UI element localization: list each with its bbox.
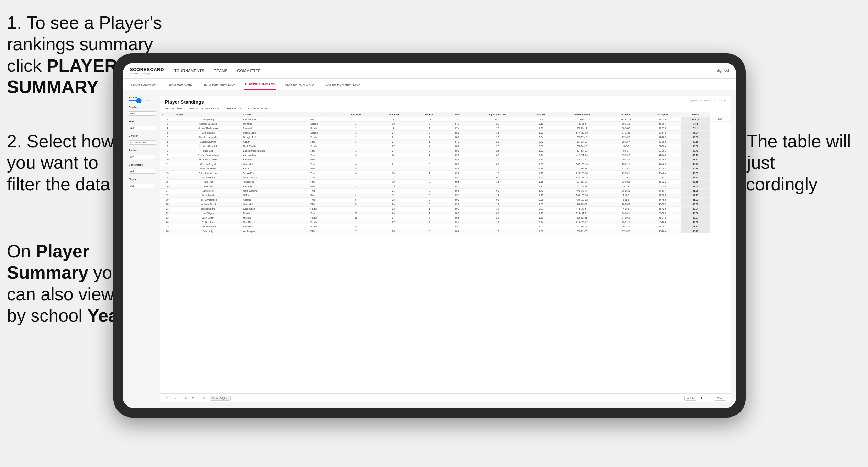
cell-25-7: 68.6	[446, 229, 469, 233]
cell-12-2: Texas A&M	[242, 171, 309, 175]
col-rank: #	[160, 112, 175, 117]
cell-23-3: Fourth	[309, 220, 338, 224]
cell-25-9: 1.56	[526, 229, 556, 233]
sub-nav-player-h2h-grid[interactable]: PLAYER H2H GRID	[284, 79, 315, 90]
cell-11-6: 0	[413, 166, 446, 171]
cell-22-13: 40.27	[681, 215, 710, 220]
sub-nav-team-h2h-grid[interactable]: TEAM H2H GRID	[166, 79, 193, 90]
cell-11-12: 50-18-5	[644, 166, 681, 171]
cell-1-13: 76.2	[681, 122, 710, 126]
table-row: 20Matthew RiedelVanderbiltFifth524069.0-…	[160, 202, 731, 207]
view-original-button[interactable]: View: Original	[210, 396, 231, 401]
cell-16-5: 21	[374, 189, 413, 193]
cell-23-5: 27	[374, 220, 413, 224]
cell-1-9: 3.10	[526, 122, 556, 126]
cell-24-8: -1.2	[469, 224, 526, 229]
redo-button[interactable]: ↪	[172, 396, 177, 400]
cell-16-8: -0.2	[469, 189, 526, 193]
cell-23-2: New Mexico	[242, 220, 309, 224]
filter-player: Player (All)	[129, 178, 156, 188]
region-select[interactable]: N/A	[129, 155, 156, 159]
rds-slider[interactable]	[129, 100, 149, 101]
cell-2-9: 1.47	[526, 126, 556, 131]
share-button[interactable]: Share	[715, 396, 726, 401]
filter-year: Year (All)	[129, 120, 156, 130]
cell-22-4: 11	[338, 215, 374, 220]
table-row: 22Ian GilliganFloridaThird1024168.7-0.81…	[160, 211, 731, 215]
cell-12-11: 22-25-1	[608, 171, 644, 175]
cell-9-3: Fifth	[309, 157, 338, 162]
cell-13-3: Third	[309, 175, 338, 180]
cell-0-7: 1	[446, 117, 469, 122]
cell-16-6: 0	[413, 189, 446, 193]
cell-22-8: -2.3	[469, 215, 526, 220]
sub-nav-player-summary[interactable]: PLAYER SUMMARY	[244, 79, 276, 90]
cell-18-9: 0.96	[526, 198, 556, 202]
cell-0-14: 88.2	[710, 117, 731, 122]
cell-11-0: 12	[160, 166, 175, 171]
region-label: Region	[129, 149, 156, 152]
cell-13-13: 42.75	[681, 175, 710, 180]
cell-14-12: 26-32-2	[644, 180, 681, 184]
paste-button[interactable]: ⊡	[191, 396, 196, 400]
col-school: School	[242, 112, 309, 117]
cell-1-11: 19-11-1	[608, 122, 644, 126]
cell-24-7: 69.1	[446, 224, 469, 229]
nav-teams[interactable]: TEAMS	[214, 69, 227, 73]
player-select[interactable]: (All)	[129, 184, 156, 188]
table-row: 21Taehoon SongWashingtonFourth423169.1-1…	[160, 207, 731, 211]
cell-7-8: -2.5	[469, 148, 526, 153]
division-select[interactable]: NCAA Division I	[129, 140, 156, 145]
cell-23-0: 24	[160, 220, 175, 224]
cell-9-11: 20-14-5	[608, 157, 644, 162]
cell-21-0: 22	[160, 211, 175, 215]
cell-13-9: 1.41	[526, 175, 556, 180]
cell-3-0: 4	[160, 131, 175, 135]
cell-21-6: 1	[413, 211, 446, 215]
watch-button[interactable]: Watch	[684, 396, 696, 401]
cell-20-5: 23	[374, 207, 413, 211]
data-table[interactable]: # Player School Yr Reg Rank Conf Rank No…	[160, 112, 731, 393]
nav-tournaments[interactable]: TOURNAMENTS	[174, 69, 204, 73]
sub-nav-team-summary[interactable]: TEAM SUMMARY	[130, 79, 158, 90]
cell-4-9: 2.34	[526, 135, 556, 140]
cell-19-7: 69.0	[446, 202, 469, 207]
cell-2-5: 8	[374, 126, 413, 131]
copy-button[interactable]: ⧉	[183, 396, 188, 401]
cell-3-2: Florida State	[242, 131, 309, 135]
year-select[interactable]: (All)	[129, 126, 156, 130]
col-avg-sg: Avg SG	[526, 112, 556, 117]
nav-links: TOURNAMENTS TEAMS COMMITTEE	[174, 69, 715, 73]
cell-21-10: 514-111-52	[556, 211, 608, 215]
cell-2-0: 3	[160, 126, 175, 131]
sub-nav: TEAM SUMMARY TEAM H2H GRID TEAM H2H HEAT…	[123, 79, 736, 90]
cell-4-4: 2	[338, 135, 374, 140]
cell-12-4: 6	[338, 171, 374, 175]
cell-17-2: UCLA	[242, 193, 309, 198]
cell-15-10: 467-29-23	[556, 184, 608, 189]
cell-23-12: 19-26-0	[644, 220, 681, 224]
sub-nav-team-h2h-heatmap[interactable]: TEAM H2H HEATMAP	[201, 79, 236, 90]
cell-14-8: -1.5	[469, 180, 526, 184]
cell-20-0: 21	[160, 207, 175, 211]
sub-nav-player-h2h-heatmap[interactable]: PLAYER H2H HEATMAP	[323, 79, 361, 90]
export-button[interactable]: ⬇	[699, 396, 704, 400]
col-wins: Wins	[446, 112, 469, 117]
gender-select[interactable]: Men	[129, 111, 156, 116]
cell-21-7: 68.7	[446, 211, 469, 215]
cell-19-5: 24	[374, 202, 413, 207]
table-row: 14Maxwell FordNorth CarolinaThird323069.…	[160, 175, 731, 180]
year-label: Year	[129, 120, 156, 123]
cell-2-10: 258-99-13	[556, 126, 608, 131]
clock-button[interactable]: ⏱	[202, 396, 207, 400]
sign-out-link[interactable]: | Sign out	[715, 69, 729, 73]
cell-11-4: 5	[338, 166, 374, 171]
nav-right: | Sign out	[715, 69, 729, 73]
nav-committee[interactable]: COMMITTEE	[237, 69, 261, 73]
table-title: Player Standings	[165, 99, 268, 105]
cell-5-5: 27	[374, 140, 413, 144]
settings-button[interactable]: ☰	[707, 396, 712, 400]
undo-button[interactable]: ↩	[164, 396, 169, 400]
cell-19-9: 1.61	[526, 202, 556, 207]
conference-select[interactable]: (All)	[129, 169, 156, 174]
